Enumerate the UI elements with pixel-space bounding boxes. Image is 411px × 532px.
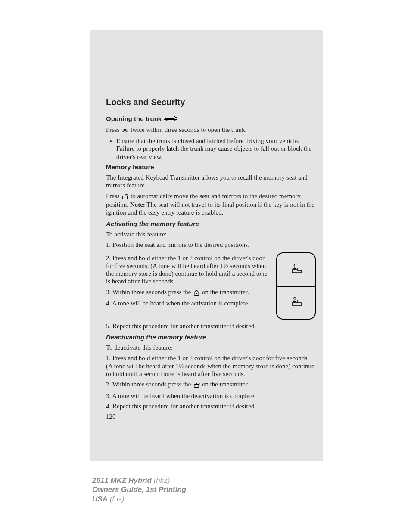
- memory-button-1: 1: [277, 253, 315, 286]
- opening-trunk-p1-b: twice within three seconds to open the t…: [129, 126, 246, 133]
- memory-seat-switch-figure: 1 2: [276, 252, 316, 320]
- section-title: Locks and Security: [106, 97, 316, 107]
- activate-steps-with-figure: 2. Press and hold either the 1 or 2 cont…: [106, 252, 316, 320]
- opening-trunk-bullet-1: Ensure that the trunk is closed and latc…: [116, 137, 316, 161]
- trunk-remote-icon: [121, 127, 129, 134]
- footer-region: USA: [92, 495, 108, 503]
- heading-opening-trunk-text: Opening the trunk: [106, 115, 162, 123]
- memory-note-label: Note:: [130, 201, 145, 208]
- heading-memory-feature-text: Memory feature: [106, 163, 154, 171]
- footer-line-2: Owners Guide, 1st Printing: [92, 485, 186, 494]
- heading-memory-feature: Memory feature: [106, 163, 316, 171]
- memory-button-2: 2: [277, 286, 315, 319]
- heading-activating: Activating the memory feature: [106, 220, 316, 228]
- svg-rect-1: [123, 196, 128, 199]
- deactivate-step-1: 1. Press and hold either the 1 or 2 cont…: [106, 354, 316, 378]
- deactivate-step-3: 3. A tone will be heard when the deactiv…: [106, 392, 316, 400]
- svg-point-3: [196, 293, 197, 294]
- memory-button-1-label: 1: [293, 263, 296, 270]
- figure-divider: [277, 286, 315, 287]
- deactivate-step-2-a: 2. Within three seconds press the: [106, 381, 193, 388]
- lock-closed-icon: [193, 289, 200, 296]
- deactivate-step-4: 4. Repeat this procedure for another tra…: [106, 402, 316, 410]
- page-number: 120: [106, 413, 316, 420]
- memory-p2-a: Press: [106, 193, 121, 199]
- deactivate-step-2-b: on the transmitter.: [200, 381, 249, 388]
- svg-point-0: [125, 131, 126, 133]
- car-trunk-side-icon: [163, 115, 178, 123]
- activate-step-4: 4. A tone will be heard when the activat…: [106, 299, 270, 307]
- footer-line-3: USA (fus): [92, 495, 186, 504]
- footer-line-1: 2011 MKZ Hybrid (hkz): [92, 476, 186, 485]
- activate-steps-text: 2. Press and hold either the 1 or 2 cont…: [106, 252, 270, 310]
- activate-step-2: 2. Press and hold either the 1 or 2 cont…: [106, 254, 270, 286]
- activate-step-3: 3. Within three seconds press the on the…: [106, 288, 270, 297]
- footer-region-code: (fus): [108, 495, 125, 503]
- heading-deactivating: Deactivating the memory feature: [106, 333, 316, 341]
- document-footer: 2011 MKZ Hybrid (hkz) Owners Guide, 1st …: [92, 476, 186, 504]
- activate-step-5: 5. Repeat this procedure for another tra…: [106, 322, 316, 330]
- opening-trunk-p1-a: Press: [106, 126, 121, 133]
- footer-model-code: (hkz): [152, 476, 170, 485]
- activate-step-3-b: on the transmitter.: [200, 289, 249, 296]
- memory-p2: Press to automatically move the seat and…: [106, 192, 316, 217]
- memory-button-2-label: 2: [293, 296, 296, 303]
- unlock-open-icon: [193, 382, 200, 389]
- page-content: Locks and Security Opening the trunk Pre…: [106, 97, 316, 421]
- activate-intro: To activate this feature:: [106, 230, 316, 238]
- heading-opening-trunk: Opening the trunk: [106, 115, 316, 123]
- opening-trunk-p1: Press twice within three seconds to open…: [106, 126, 316, 134]
- activate-step-3-a: 3. Within three seconds press the: [106, 289, 193, 296]
- memory-p1: The Integrated Keyhead Transmitter allow…: [106, 174, 316, 190]
- deactivate-step-2: 2. Within three seconds press the on the…: [106, 380, 316, 389]
- unlock-open-icon: [121, 193, 129, 200]
- footer-model: 2011 MKZ Hybrid: [92, 476, 152, 485]
- activate-step-1: 1. Position the seat and mirrors to the …: [106, 241, 316, 249]
- opening-trunk-bullets: Ensure that the trunk is closed and latc…: [106, 137, 316, 161]
- svg-rect-6: [194, 385, 199, 388]
- deactivate-intro: To deactivate this feature:: [106, 344, 316, 352]
